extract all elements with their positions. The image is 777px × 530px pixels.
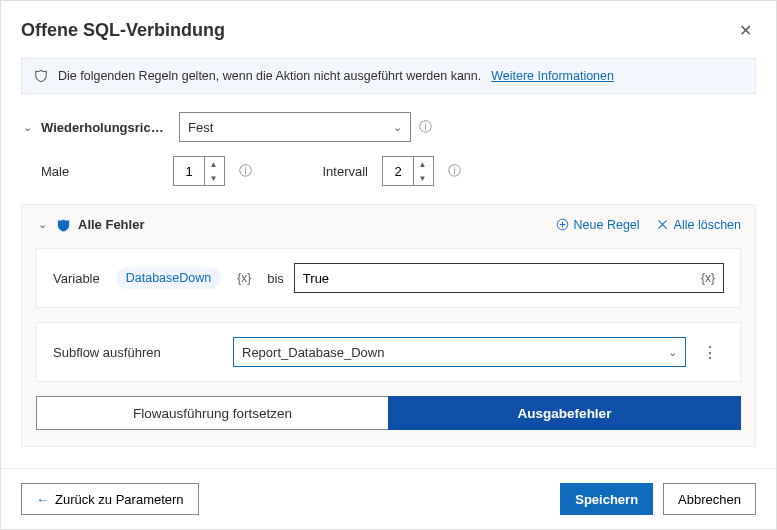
arrow-left-icon: ← xyxy=(36,492,49,507)
retry-count-stepper[interactable]: ▲ ▼ xyxy=(173,156,225,186)
retry-interval-label: Intervall xyxy=(310,164,368,179)
chevron-down-icon[interactable]: ⌄ xyxy=(21,121,33,134)
value-input[interactable] xyxy=(303,271,689,286)
info-icon[interactable]: ⓘ xyxy=(448,162,461,180)
chevron-down-icon: ⌄ xyxy=(393,121,402,134)
chevron-down-icon: ⌄ xyxy=(668,346,677,359)
shield-icon xyxy=(34,69,48,83)
retry-policy-value: Fest xyxy=(188,120,213,135)
variable-token-icon[interactable]: {x} xyxy=(701,271,715,285)
kebab-icon[interactable]: ⋮ xyxy=(696,343,724,362)
new-rule-label: Neue Regel xyxy=(574,218,640,232)
subflow-select[interactable]: Report_Database_Down ⌄ xyxy=(233,337,686,367)
info-icon[interactable]: ⓘ xyxy=(239,162,252,180)
save-button[interactable]: Speichern xyxy=(560,483,653,515)
chevron-down-icon[interactable]: ⌄ xyxy=(36,218,48,231)
dialog-title: Offene SQL-Verbindung xyxy=(21,20,225,41)
shield-icon xyxy=(56,218,70,232)
retry-interval-stepper[interactable]: ▲ ▼ xyxy=(382,156,434,186)
info-text: Die folgenden Regeln gelten, wenn die Ak… xyxy=(58,69,481,83)
clear-all-label: Alle löschen xyxy=(674,218,741,232)
stepper-down-icon[interactable]: ▼ xyxy=(205,171,222,185)
retry-count-label: Male xyxy=(41,164,159,179)
cancel-button[interactable]: Abbrechen xyxy=(663,483,756,515)
variable-rule-card: Variable DatabaseDown {x} bis {x} xyxy=(36,248,741,308)
value-input-wrap: {x} xyxy=(294,263,724,293)
subflow-rule-card: Subflow ausführen Report_Database_Down ⌄… xyxy=(36,322,741,382)
new-rule-button[interactable]: Neue Regel xyxy=(556,218,640,232)
close-icon[interactable]: ✕ xyxy=(735,17,756,44)
retry-policy-label: Wiederholungsric… xyxy=(41,120,171,135)
info-bar: Die folgenden Regeln gelten, wenn die Ak… xyxy=(21,58,756,94)
retry-count-input[interactable] xyxy=(174,164,204,179)
stepper-up-icon[interactable]: ▲ xyxy=(205,157,222,171)
variable-label: Variable xyxy=(53,271,100,286)
all-errors-panel: ⌄ Alle Fehler Neue Regel Alle löschen Va… xyxy=(21,204,756,447)
stepper-down-icon[interactable]: ▼ xyxy=(414,171,431,185)
error-mode-toggle: Flowausführung fortsetzen Ausgabefehler xyxy=(36,396,741,430)
continue-flow-button[interactable]: Flowausführung fortsetzen xyxy=(36,396,388,430)
throw-error-button[interactable]: Ausgabefehler xyxy=(388,396,741,430)
subflow-label: Subflow ausführen xyxy=(53,345,223,360)
retry-policy-select[interactable]: Fest ⌄ xyxy=(179,112,411,142)
info-link[interactable]: Weitere Informationen xyxy=(491,69,614,83)
variable-token-icon[interactable]: {x} xyxy=(237,271,251,285)
variable-chip[interactable]: DatabaseDown xyxy=(116,267,221,289)
clear-all-button[interactable]: Alle löschen xyxy=(656,218,741,232)
info-icon[interactable]: ⓘ xyxy=(419,118,432,136)
back-button[interactable]: ← Zurück zu Parametern xyxy=(21,483,199,515)
to-label: bis xyxy=(267,271,284,286)
stepper-up-icon[interactable]: ▲ xyxy=(414,157,431,171)
subflow-value: Report_Database_Down xyxy=(242,345,384,360)
all-errors-title: Alle Fehler xyxy=(78,217,144,232)
retry-interval-input[interactable] xyxy=(383,164,413,179)
